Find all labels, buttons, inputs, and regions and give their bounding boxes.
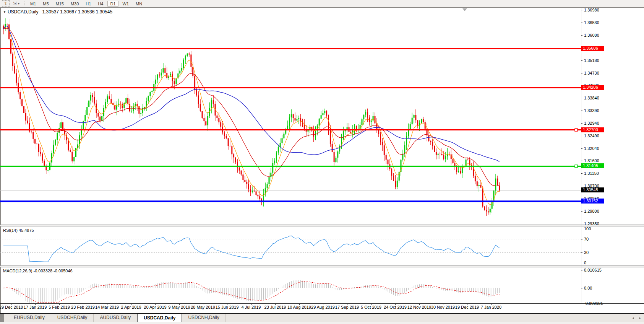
chart-title: ▼USDCAD,Daily1.30537 1.30667 1.30536 1.3… (3, 9, 112, 15)
date-label: 20 Apr 2019 (144, 305, 166, 309)
price-tick (581, 148, 582, 149)
rsi-tick (581, 229, 582, 229)
main-chart-pane (0, 8, 581, 225)
hline-handle-1.31405[interactable] (575, 165, 577, 168)
price-label-1.30152: 1.30152 (581, 199, 604, 204)
date-label: 15 Jun 2019 (216, 305, 239, 309)
window-edge (0, 322, 644, 324)
macd-tick-label: -0.009181 (584, 301, 603, 306)
tab-scroll-arrows: ◂ ▸ (632, 314, 644, 322)
rsi-tick-label: 70 (584, 237, 589, 241)
rsi-tick-label: 30 (584, 250, 589, 255)
date-label: 12 Nov 2019 (407, 305, 431, 309)
tab-scroll-left-icon[interactable]: ◂ (632, 316, 634, 320)
price-tick (581, 23, 582, 23)
rsi-svg (0, 226, 581, 265)
tf-button-w1[interactable]: W1 (120, 1, 132, 7)
tab-scroll-right-icon[interactable]: ▸ (639, 316, 641, 320)
price-tick-label: 1.36080 (584, 33, 599, 37)
toolbar: T ⇲ ▼ M1M5M15M30H1H4D1W1MN (0, 0, 644, 7)
date-label: 28 May 2019 (191, 305, 215, 309)
date-label: 19 Dec 2019 (455, 305, 479, 309)
price-label-1.35606: 1.35606 (581, 46, 604, 51)
tabs-holder: EURUSD,DailyUSDCHF,DailyAUDUSD,DailyUSDC… (8, 314, 226, 322)
date-label: 29 Dec 2018 (0, 305, 23, 309)
date-label: 24 Oct 2019 (384, 305, 407, 309)
timeframe-toolbar: M1M5M15M30H1H4D1W1MN (27, 0, 146, 7)
macd-svg (0, 267, 581, 303)
tf-button-m5[interactable]: M5 (40, 1, 51, 7)
price-tick-label: 1.32040 (584, 146, 599, 151)
date-label: 23 Feb 2019 (71, 305, 95, 309)
macd-tick (581, 303, 582, 304)
tab-bar-corner (0, 314, 4, 322)
price-tick-label: 1.31600 (584, 158, 599, 163)
date-label: 14 Mar 2019 (95, 305, 119, 309)
price-tick (581, 10, 582, 10)
price-tick (581, 60, 582, 61)
price-label-1.32700: 1.32700 (581, 127, 604, 132)
price-tick-label: 1.33840 (584, 96, 599, 100)
price-tick (581, 136, 582, 136)
current-price-label: 1.30545 (581, 187, 604, 192)
date-label: 5 Oct 2019 (361, 305, 381, 309)
ma-fast-line (3, 27, 500, 205)
chart-quote-values: 1.30537 1.30667 1.30536 1.30545 (42, 9, 113, 15)
application-window: T ⇲ ▼ M1M5M15M30H1H4D1W1MN ▼USDCAD,Daily… (0, 0, 644, 324)
price-tick (581, 211, 582, 212)
price-tick (581, 224, 582, 224)
tab-usdcad[interactable]: USDCAD,Daily (137, 314, 182, 322)
price-tick (581, 186, 582, 186)
triangle-down-icon[interactable]: ▼ (3, 10, 6, 14)
date-label: 10 Aug 2019 (287, 305, 311, 309)
date-label: 2 Apr 2019 (121, 305, 141, 309)
price-tick (581, 35, 582, 36)
chevron-down-icon[interactable]: ▼ (17, 2, 20, 5)
chart-tab-bar: EURUSD,DailyUSDCHF,DailyAUDUSD,DailyUSDC… (0, 314, 644, 322)
price-tick-label: 1.32490 (584, 134, 599, 138)
price-tick-label: 1.36980 (584, 8, 599, 12)
tf-button-m1[interactable]: M1 (28, 1, 39, 7)
tf-button-m15[interactable]: M15 (53, 1, 67, 7)
rsi-tick (581, 263, 582, 263)
tf-button-mn[interactable]: MN (133, 1, 145, 7)
date-label: 5 Feb 2019 (49, 305, 70, 309)
date-label: 7 Jan 2020 (481, 305, 501, 309)
tf-button-m30[interactable]: M30 (68, 1, 81, 7)
price-tick-label: 1.29350 (584, 221, 599, 226)
text-tool-button[interactable]: T (2, 0, 10, 7)
tab-usdchf[interactable]: USDCHF,Daily (51, 314, 94, 322)
hline-handle-1.32700[interactable] (575, 129, 577, 131)
rsi-tick (581, 239, 582, 239)
date-label: 29 Aug 2019 (311, 305, 335, 309)
date-label: 17 Sep 2019 (335, 305, 359, 309)
rsi-tick (581, 252, 582, 253)
tf-button-h1[interactable]: H1 (83, 1, 94, 7)
arrange-charts-icon[interactable]: ⇲ (13, 1, 16, 6)
ma-medium-line (3, 28, 500, 186)
price-tick-label: 1.32940 (584, 121, 599, 125)
tf-button-d1[interactable]: D1 (107, 1, 118, 7)
price-tick (581, 73, 582, 73)
tab-usdcnh[interactable]: USDCNH,Daily (182, 314, 225, 322)
macd-histogram (3, 280, 500, 303)
rsi-pane (0, 226, 581, 265)
price-tick (581, 111, 582, 111)
price-tick (581, 173, 582, 174)
chart-symbol-label: USDCAD,Daily (8, 9, 39, 15)
price-tick (581, 161, 582, 161)
chart-shift-marker[interactable] (462, 8, 467, 11)
rsi-line (3, 236, 500, 262)
macd-pane (0, 267, 581, 303)
macd-label: MACD(12,26,9) -0.003328 -0.005046 (3, 269, 73, 273)
tab-audusd[interactable]: AUDUSD,Daily (94, 314, 137, 322)
macd-tick (581, 288, 582, 288)
price-label-1.31405: 1.31405 (581, 163, 604, 168)
toolbar-grip (24, 1, 24, 6)
tf-button-h4[interactable]: H4 (95, 1, 106, 7)
price-tick-label: 1.36530 (584, 20, 599, 25)
date-label: 23 Jul 2019 (264, 305, 286, 309)
price-tick-label: 1.29800 (584, 209, 599, 213)
date-label: 17 Jan 2019 (24, 305, 47, 309)
tab-eurusd[interactable]: EURUSD,Daily (8, 314, 51, 322)
